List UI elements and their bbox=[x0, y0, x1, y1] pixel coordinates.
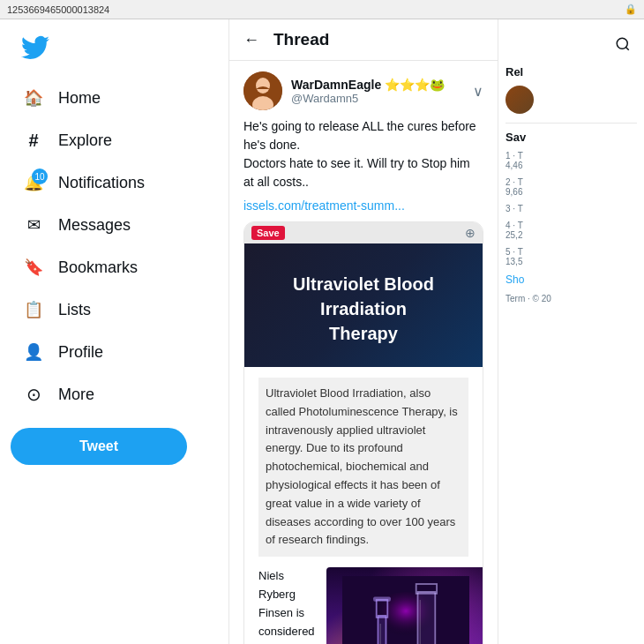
user-handle: @Wardamn5 bbox=[291, 92, 445, 105]
article-card-header: Save ⊕ bbox=[244, 222, 483, 243]
tweet-button[interactable]: Tweet bbox=[11, 428, 187, 465]
mail-icon: ✉ bbox=[23, 214, 44, 236]
save-button[interactable]: Save bbox=[251, 226, 285, 240]
sidebar-nav: 🏠 Home # Explore 🔔 10 Notifications ✉ Me… bbox=[11, 79, 218, 414]
article-title-banner: Ultraviolet Blood Irradiation Therapy bbox=[244, 243, 483, 367]
search-button[interactable] bbox=[609, 30, 637, 58]
lists-icon: 📋 bbox=[23, 299, 44, 320]
address-bar: 1253669465000013824 bbox=[7, 4, 625, 15]
app-container: 🏠 Home # Explore 🔔 10 Notifications ✉ Me… bbox=[0, 0, 644, 644]
related-section-title: Rel bbox=[505, 65, 637, 79]
right-user-card bbox=[505, 86, 637, 114]
sidebar-item-explore-label: Explore bbox=[58, 131, 112, 150]
sidebar-item-messages-label: Messages bbox=[58, 216, 131, 235]
article-description: Ultraviolet Blood Irradiation, also call… bbox=[258, 378, 468, 557]
svg-point-1 bbox=[256, 78, 270, 94]
article-title: Ultraviolet Blood Irradiation Therapy bbox=[258, 272, 468, 346]
tweet-text: He's going to release ALL the cures befo… bbox=[243, 117, 483, 191]
search-icon bbox=[615, 36, 631, 52]
sidebar-item-messages[interactable]: ✉ Messages bbox=[11, 206, 218, 244]
twitter-bird-icon bbox=[21, 34, 49, 62]
chevron-down-icon[interactable]: ∨ bbox=[473, 83, 483, 100]
browser-icon: 🔒 bbox=[625, 4, 637, 15]
expand-icon[interactable]: ⊕ bbox=[465, 226, 476, 240]
back-button[interactable]: ← bbox=[243, 31, 259, 49]
article-image bbox=[326, 567, 483, 644]
sidebar-item-notifications[interactable]: 🔔 10 Notifications bbox=[11, 163, 218, 202]
trending-item-3: 3 · T bbox=[505, 204, 637, 213]
trending-label-1: 1 · T bbox=[505, 151, 637, 161]
terms-text: Term · © 20 bbox=[505, 293, 637, 305]
top-bar: 1253669465000013824 🔒 bbox=[0, 0, 644, 19]
user-name: WarDamnEagle ⭐⭐⭐🐸 bbox=[291, 78, 445, 92]
twitter-logo[interactable] bbox=[11, 26, 218, 79]
thread-header: ← Thread bbox=[229, 19, 498, 61]
trending-item-5: 5 · T 13,5 bbox=[505, 247, 637, 266]
stars-emoji: ⭐⭐⭐🐸 bbox=[385, 78, 445, 92]
article-card: Save ⊕ Ultraviolet Blood Irradiation The… bbox=[243, 221, 483, 644]
tweet-link[interactable]: issels.com/treatment-summ... bbox=[243, 198, 405, 213]
sidebar-item-bookmarks-label: Bookmarks bbox=[58, 258, 138, 277]
main-content: ← Thread bbox=[229, 19, 498, 644]
sidebar-item-more[interactable]: ⊙ More bbox=[11, 375, 218, 414]
sidebar-item-profile-label: Profile bbox=[58, 343, 103, 362]
article-two-col: Niels Ryberg Finsen is considered the fa… bbox=[258, 567, 468, 644]
tweet-user-info: WarDamnEagle ⭐⭐⭐🐸 @Wardamn5 bbox=[243, 71, 445, 110]
article-text: Niels Ryberg Finsen is considered the fa… bbox=[258, 567, 316, 644]
trending-label-3: 3 · T bbox=[505, 204, 637, 213]
notification-count: 10 bbox=[32, 168, 48, 184]
trending-count-5: 13,5 bbox=[505, 257, 637, 266]
lab-equipment-image bbox=[335, 576, 476, 644]
trending-label-5: 5 · T bbox=[505, 247, 637, 257]
right-panel: Rel Sav 1 · T 4,46 2 · T 9,66 3 · T 4 · … bbox=[498, 19, 644, 644]
sidebar-item-notifications-label: Notifications bbox=[58, 174, 145, 192]
explore-icon: # bbox=[23, 130, 44, 151]
svg-point-11 bbox=[617, 38, 627, 49]
bookmark-icon: 🔖 bbox=[23, 257, 44, 278]
trending-item-1: 1 · T 4,46 bbox=[505, 151, 637, 170]
article-body: Ultraviolet Blood Irradiation, also call… bbox=[244, 367, 483, 644]
trending-count-4: 25,2 bbox=[505, 230, 637, 240]
sidebar-item-home[interactable]: 🏠 Home bbox=[11, 79, 218, 117]
more-icon: ⊙ bbox=[23, 384, 44, 405]
home-icon: 🏠 bbox=[23, 87, 44, 109]
sidebar-item-home-label: Home bbox=[58, 89, 101, 108]
user-details: WarDamnEagle ⭐⭐⭐🐸 @Wardamn5 bbox=[291, 78, 445, 105]
divider bbox=[505, 123, 637, 124]
sidebar-item-explore[interactable]: # Explore bbox=[11, 121, 218, 160]
related-user-avatar bbox=[505, 86, 534, 114]
trending-item-4: 4 · T 25,2 bbox=[505, 221, 637, 240]
show-more-link[interactable]: Sho bbox=[505, 273, 637, 286]
tweet-user-row: WarDamnEagle ⭐⭐⭐🐸 @Wardamn5 ∨ bbox=[243, 71, 483, 110]
sidebar-item-bookmarks[interactable]: 🔖 Bookmarks bbox=[11, 248, 218, 287]
svg-line-12 bbox=[625, 47, 628, 49]
tweet-container: WarDamnEagle ⭐⭐⭐🐸 @Wardamn5 ∨ He's going… bbox=[229, 61, 498, 644]
trending-count-1: 4,46 bbox=[505, 161, 637, 170]
thread-title: Thread bbox=[273, 30, 329, 49]
sidebar-item-lists[interactable]: 📋 Lists bbox=[11, 290, 218, 329]
sidebar-item-profile[interactable]: 👤 Profile bbox=[11, 333, 218, 371]
sidebar-item-lists-label: Lists bbox=[58, 301, 91, 319]
trending-label-2: 2 · T bbox=[505, 177, 637, 187]
trending-item-2: 2 · T 9,66 bbox=[505, 177, 637, 197]
profile-icon: 👤 bbox=[23, 341, 44, 363]
avatar bbox=[243, 71, 282, 110]
svg-rect-7 bbox=[373, 597, 391, 602]
avatar-image bbox=[243, 71, 282, 110]
trending-count-2: 9,66 bbox=[505, 187, 637, 197]
trending-section-title: Sav bbox=[505, 131, 637, 144]
sidebar: 🏠 Home # Explore 🔔 10 Notifications ✉ Me… bbox=[0, 19, 229, 644]
bell-icon: 🔔 10 bbox=[23, 172, 44, 193]
trending-label-4: 4 · T bbox=[505, 221, 637, 230]
sidebar-item-more-label: More bbox=[58, 386, 94, 404]
